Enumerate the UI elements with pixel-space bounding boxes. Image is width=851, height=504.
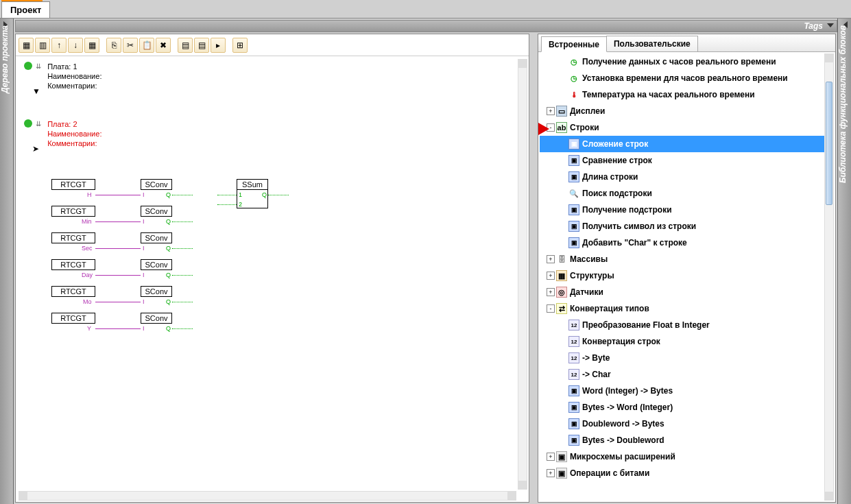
block-rtcgt[interactable]: RTCGT xyxy=(51,286,95,297)
scroll-up-icon[interactable] xyxy=(518,60,527,68)
project-tab[interactable]: Проект xyxy=(1,1,50,18)
block-sconv[interactable]: SConv xyxy=(141,232,172,243)
scroll-right-icon[interactable] xyxy=(507,492,516,500)
expander-icon[interactable]: + xyxy=(547,453,555,461)
tool-copy[interactable]: ⎘ xyxy=(106,38,121,53)
library-scrollbar-v[interactable] xyxy=(824,53,834,501)
tree-item[interactable]: 12Преобразование Float в Integer xyxy=(540,317,824,333)
wire xyxy=(172,275,193,276)
tree-item[interactable]: ▣Добавить "Char" к строке xyxy=(540,235,824,251)
tree-item[interactable]: ◷Установка времени для часов реального в… xyxy=(540,70,824,86)
tree-item[interactable]: ▣Doubleword -> Bytes xyxy=(540,416,824,432)
tree-item[interactable]: +🗄Массивы xyxy=(540,251,824,267)
tool-btn-5[interactable]: ▦ xyxy=(84,38,99,53)
board-2[interactable]: ⇊ Плата: 2 Наименование: Комментарии: ➤ xyxy=(24,119,101,148)
tool-btn-12[interactable]: ▸ xyxy=(211,38,226,53)
tree-item[interactable]: -⇄Конвертация типов xyxy=(540,300,824,317)
block-sconv[interactable]: SConv xyxy=(141,313,172,324)
left-sidebar-collapsed[interactable]: Дерево проекта xyxy=(0,19,14,504)
tab-builtin[interactable]: Встроенные xyxy=(541,36,607,52)
struct-icon: ▦ xyxy=(556,270,567,281)
tree-item[interactable]: +▦Структуры xyxy=(540,267,824,284)
scroll-down-icon[interactable] xyxy=(825,492,833,500)
tree-item[interactable]: ▣Длина строки xyxy=(540,169,824,185)
right-sidebar-collapsed[interactable]: Библиотека функциональных блоков xyxy=(837,19,851,504)
tool-down[interactable]: ↓ xyxy=(68,38,83,53)
tree-item-label: Сложение строк xyxy=(582,139,648,149)
tree-item[interactable]: ◷Получение данных с часов реального врем… xyxy=(540,53,824,70)
block-rtcgt[interactable]: RTCGT xyxy=(51,206,95,217)
expander-icon[interactable]: + xyxy=(547,107,555,115)
tree-item[interactable]: +▣Микросхемы расширений xyxy=(540,448,824,465)
number-icon: 12 xyxy=(568,352,579,363)
block-sconv[interactable]: SConv xyxy=(141,179,172,190)
expander-icon[interactable]: + xyxy=(547,255,555,263)
string-icon: ab xyxy=(556,122,567,133)
tree-item[interactable]: +▭Дисплеи xyxy=(540,103,824,119)
tree-item[interactable]: 12-> Char xyxy=(540,366,824,383)
scroll-down-icon[interactable] xyxy=(518,481,527,489)
fb-icon: ▣ xyxy=(568,402,579,413)
arrow-down-icon: ▼ xyxy=(32,86,40,96)
canvas-scrollbar-v[interactable] xyxy=(518,59,527,490)
tree-item[interactable]: ▣Bytes -> Doubleword xyxy=(540,432,824,448)
fb-icon: ▣ xyxy=(568,171,579,182)
board-1-text: Плата: 1 Наименование: Комментарии: xyxy=(46,62,101,91)
tree-item[interactable]: 🔍Поиск подстроки xyxy=(540,185,824,202)
block-rtcgt[interactable]: RTCGT xyxy=(51,179,95,190)
scroll-left-icon[interactable] xyxy=(19,492,27,500)
tree-item-label: Получение подстроки xyxy=(582,205,672,215)
tree-item-label: Bytes -> Doubleword xyxy=(582,435,664,445)
tree-item[interactable]: 🌡Температура на часах реального времени xyxy=(540,86,824,103)
tree-item[interactable]: ▣Получение подстроки xyxy=(540,202,824,218)
wire xyxy=(172,221,193,222)
expander-icon[interactable]: - xyxy=(547,304,555,313)
expander-icon[interactable]: + xyxy=(547,272,555,280)
block-sconv[interactable]: SConv xyxy=(141,206,172,217)
tree-item-label: Получить символ из строки xyxy=(582,221,696,231)
library-label: Библиотека функциональных блоков xyxy=(838,19,848,504)
scroll-thumb[interactable] xyxy=(826,82,832,205)
block-rtcgt[interactable]: RTCGT xyxy=(51,232,95,243)
tool-paste[interactable]: 📋 xyxy=(139,38,154,53)
block-rtcgt[interactable]: RTCGT xyxy=(51,259,95,270)
canvas-scrollbar-h[interactable] xyxy=(19,491,516,501)
tags-bar[interactable]: Tags xyxy=(15,20,837,32)
block-sconv[interactable]: SConv xyxy=(141,286,172,297)
tree-item[interactable]: ▣Получить символ из строки xyxy=(540,218,824,235)
block-sconv[interactable]: SConv xyxy=(141,259,172,270)
tree-item[interactable]: +◎Датчики xyxy=(540,284,824,300)
tool-delete[interactable]: ✖ xyxy=(156,38,171,53)
tree-item-label: -> Char xyxy=(582,370,611,379)
wire xyxy=(95,195,141,195)
scroll-up-icon[interactable] xyxy=(825,54,833,62)
tool-btn-13[interactable]: ⊞ xyxy=(232,38,248,53)
block-ssum[interactable]: SSum xyxy=(237,179,268,190)
board-1[interactable]: ⇊ Плата: 1 Наименование: Комментарии: ▼ xyxy=(24,62,101,91)
tree-item[interactable]: +▣Операции с битами xyxy=(540,465,824,481)
tool-btn-1[interactable]: ▦ xyxy=(19,38,34,53)
tree-item-label: Микросхемы расширений xyxy=(570,452,675,461)
tool-cut[interactable]: ✂ xyxy=(123,38,138,53)
library-tree[interactable]: ◷Получение данных с часов реального врем… xyxy=(540,53,824,501)
tree-item-label: Поиск подстроки xyxy=(582,189,652,198)
wire xyxy=(95,221,141,222)
tree-item-label: Word (Integer) -> Bytes xyxy=(582,386,673,396)
block-rtcgt[interactable]: RTCGT xyxy=(51,313,95,324)
tool-btn-11[interactable]: ▤ xyxy=(194,38,209,53)
expander-icon[interactable]: + xyxy=(547,288,555,296)
tool-btn-2[interactable]: ▥ xyxy=(35,38,50,53)
tab-user[interactable]: Пользовательские xyxy=(606,36,698,51)
expander-icon[interactable]: + xyxy=(547,469,555,477)
tool-btn-10[interactable]: ▤ xyxy=(178,38,193,53)
tree-item[interactable]: ▣Bytes -> Word (Integer) xyxy=(540,399,824,416)
canvas-body[interactable]: ⇊ Плата: 1 Наименование: Комментарии: ▼ … xyxy=(19,59,516,490)
tree-item[interactable]: 12-> Byte xyxy=(540,350,824,366)
tree-item[interactable]: ▣Сравнение строк xyxy=(540,152,824,169)
tree-item[interactable]: ▣Word (Integer) -> Bytes xyxy=(540,383,824,399)
tool-up[interactable]: ↑ xyxy=(51,38,67,53)
canvas-toolbar: ▦ ▥ ↑ ↓ ▦ ⎘ ✂ 📋 ✖ ▤ ▤ ▸ ⊞ xyxy=(16,34,529,56)
tree-item[interactable]: ▣Сложение строк xyxy=(540,136,824,152)
tree-item[interactable]: -abСтроки xyxy=(540,119,824,136)
tree-item[interactable]: 12Конвертация строк xyxy=(540,333,824,350)
